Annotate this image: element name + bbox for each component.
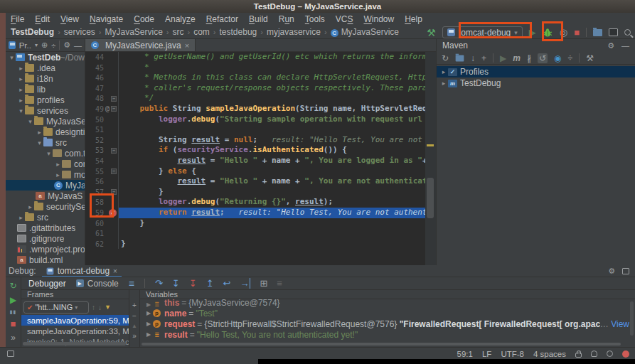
- tree-collapsed-arrow[interactable]: ▸: [36, 129, 43, 136]
- stack-frame-row[interactable]: sampleJavaOperation:33, My: [21, 326, 129, 336]
- run-to-cursor-icon[interactable]: →: [240, 278, 250, 289]
- tree-collapsed-arrow[interactable]: ▶: [144, 310, 153, 316]
- tree-collapsed-arrow[interactable]: ▸: [17, 214, 25, 221]
- stop-icon[interactable]: ■: [11, 319, 16, 328]
- more-icon[interactable]: »: [11, 333, 16, 343]
- tree-collapsed-arrow[interactable]: ▸: [54, 171, 62, 178]
- code-line[interactable]: 59✓ return result; result: "Hello Test, …: [85, 208, 425, 218]
- code-line[interactable]: 50 logger.debug("Starting sample operati…: [85, 114, 425, 125]
- add-watch-icon[interactable]: +: [132, 301, 137, 309]
- project-tree-item[interactable]: ▾com.test: [6, 148, 85, 159]
- run-maven-icon[interactable]: ▶: [500, 53, 506, 63]
- skip-tests-icon[interactable]: ∦: [527, 53, 531, 63]
- refresh-icon[interactable]: ↻: [442, 53, 449, 63]
- variable-row[interactable]: ▶≡this={MyJavaService@7574}: [140, 299, 629, 308]
- prev-frame-icon[interactable]: ↑: [92, 304, 95, 311]
- line-ending[interactable]: LF: [482, 350, 491, 358]
- code-line[interactable]: 49@− public String sampleJavaOperation(S…: [85, 104, 425, 114]
- menu-item-code[interactable]: Code: [134, 14, 154, 24]
- tree-collapsed-arrow[interactable]: ▸: [54, 161, 62, 168]
- filter-icon[interactable]: ▼: [105, 304, 111, 311]
- project-tree-item[interactable]: abuild.xml: [6, 255, 85, 265]
- move-up-icon[interactable]: ▲: [132, 323, 137, 329]
- remove-watch-icon[interactable]: −: [132, 312, 137, 320]
- menu-item-navigate[interactable]: Navigate: [90, 14, 123, 24]
- tree-collapsed-arrow[interactable]: ▸: [439, 80, 448, 87]
- project-tree-item[interactable]: aMyJavaS: [6, 191, 85, 201]
- menu-item-file[interactable]: File: [11, 14, 24, 24]
- frames-scrollbar[interactable]: [23, 342, 126, 346]
- breadcrumb-item[interactable]: CMyJavaService: [331, 27, 399, 37]
- tree-collapsed-arrow[interactable]: ▸: [26, 203, 34, 210]
- folder-icon[interactable]: [593, 29, 602, 36]
- code-line[interactable]: 48− */: [85, 93, 425, 104]
- code-line[interactable]: 44 * getUserName() and getUserId() etc w…: [85, 52, 425, 63]
- step-into-icon[interactable]: ↧: [172, 278, 180, 289]
- project-view-label[interactable]: Pr..: [19, 41, 31, 50]
- warning-stripe-mark[interactable]: [427, 144, 434, 146]
- gear-icon[interactable]: ⚙: [607, 41, 614, 50]
- variables-hscrollbar[interactable]: [142, 343, 621, 346]
- terminal-icon[interactable]: [609, 28, 618, 36]
- tab-console[interactable]: ▶ Console: [76, 279, 119, 289]
- collapse-all-icon[interactable]: ÷: [568, 53, 573, 63]
- code-editor[interactable]: 44 * getUserName() and getUserId() etc w…: [85, 52, 425, 265]
- scrollbar-thumb[interactable]: [427, 178, 434, 218]
- project-tree-item[interactable]: .gitignore: [6, 233, 85, 244]
- view-link[interactable]: View: [609, 319, 629, 329]
- breadcrumb-item[interactable]: TestDebug: [11, 27, 54, 37]
- more-icon[interactable]: »: [132, 332, 137, 340]
- stack-frame-row[interactable]: sampleJavaOperation:59, My: [21, 315, 129, 326]
- indent-size[interactable]: 4 spaces: [533, 350, 566, 358]
- maven-tree-item[interactable]: ▸mTestDebug: [437, 77, 635, 89]
- search-icon[interactable]: [624, 29, 631, 36]
- code-line[interactable]: 55− } else {: [85, 166, 425, 177]
- project-tree-item[interactable]: ▸src: [6, 212, 85, 223]
- evaluate-expression-icon[interactable]: ⊞: [260, 278, 267, 289]
- code-line[interactable]: 46 * Methods in this class can declare H…: [85, 73, 425, 83]
- editor-scrollbar[interactable]: [425, 52, 436, 265]
- project-tree-item[interactable]: ▾src: [6, 137, 85, 148]
- breadcrumb-item[interactable]: myjavaservice: [267, 27, 321, 37]
- offline-mode-icon[interactable]: ↺: [538, 53, 548, 63]
- tree-collapsed-arrow[interactable]: ▶: [144, 301, 153, 308]
- tree-expanded-arrow[interactable]: ▾: [8, 54, 16, 61]
- menu-item-vcs[interactable]: VCS: [336, 14, 353, 24]
- project-tree-item[interactable]: ▸lib: [6, 84, 85, 95]
- thread-selector[interactable]: ✔ "htt...NING ▾: [23, 301, 89, 314]
- project-tree-item[interactable]: CMyJav: [6, 180, 85, 191]
- hide-panel-icon[interactable]: —: [621, 41, 629, 50]
- more-options-icon[interactable]: ≡: [277, 278, 282, 289]
- fold-marker-icon[interactable]: −: [111, 168, 117, 174]
- close-icon[interactable]: ×: [185, 41, 189, 50]
- show-dependencies-icon[interactable]: ◉: [554, 53, 561, 63]
- menu-item-analyze[interactable]: Analyze: [165, 14, 196, 24]
- title-bar[interactable]: TestDebug – MyJavaService.java: [0, 0, 635, 13]
- menu-item-view[interactable]: View: [60, 14, 79, 24]
- maven-tree-item[interactable]: ▸✓Profiles: [437, 66, 635, 77]
- generate-sources-icon[interactable]: [456, 55, 464, 61]
- add-maven-project-icon[interactable]: +: [481, 53, 486, 63]
- menu-item-build[interactable]: Build: [249, 14, 268, 24]
- tree-collapsed-arrow[interactable]: ▸: [17, 75, 25, 82]
- pause-icon[interactable]: ▮▮: [10, 309, 17, 315]
- fold-marker-icon[interactable]: −: [111, 96, 117, 102]
- project-tree-item[interactable]: ▸.idea: [6, 63, 85, 73]
- code-line[interactable]: 61: [85, 228, 425, 239]
- tab-debugger[interactable]: Debugger: [28, 279, 66, 289]
- tree-collapsed-arrow[interactable]: ▸: [439, 68, 448, 75]
- stop-button[interactable]: ■: [574, 28, 580, 37]
- menu-item-run[interactable]: Run: [279, 14, 294, 24]
- code-line[interactable]: 52 String result = null; result: "Hello …: [85, 135, 425, 146]
- tree-collapsed-arrow[interactable]: ▸: [17, 65, 25, 72]
- project-tree-item[interactable]: .wmproject.prop: [6, 244, 85, 255]
- project-tree-item[interactable]: ▾MyJavaServic: [6, 116, 85, 127]
- project-tree-item[interactable]: ▸mode: [6, 169, 85, 180]
- project-tree-item[interactable]: .gitattributes: [6, 223, 85, 233]
- layout-menu-icon[interactable]: ≡: [129, 278, 134, 289]
- project-tree-item[interactable]: ▸contro: [6, 159, 85, 169]
- close-icon[interactable]: ×: [113, 267, 117, 275]
- fold-marker-icon[interactable]: −: [111, 148, 117, 154]
- toggle-toolwindows-icon[interactable]: [7, 350, 14, 357]
- code-line[interactable]: 60 }: [85, 218, 425, 229]
